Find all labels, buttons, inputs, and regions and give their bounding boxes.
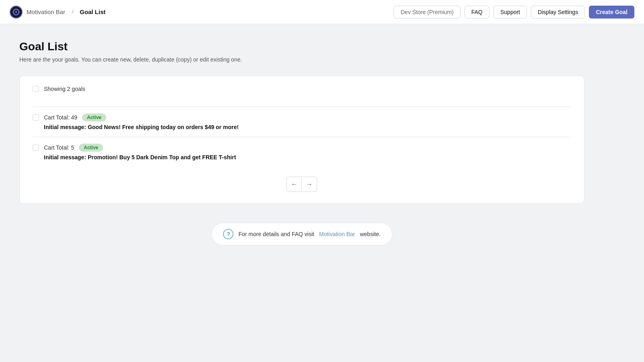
goal-checkbox-2[interactable]	[33, 144, 39, 151]
breadcrumb-separator: /	[72, 8, 73, 15]
goal-title-1: Cart Total: 49	[44, 114, 77, 121]
question-mark: ?	[227, 231, 230, 237]
breadcrumb: Motivation Bar / Goal List	[10, 6, 105, 19]
showing-count: Showing 2 goals	[44, 86, 85, 92]
display-settings-button[interactable]: Display Settings	[531, 6, 585, 19]
support-button[interactable]: Support	[493, 6, 527, 19]
next-arrow-icon: →	[306, 181, 313, 188]
footer-text-before: For more details and FAQ visit	[238, 231, 314, 237]
select-all-checkbox[interactable]	[33, 86, 39, 92]
app-name-label: Motivation Bar	[27, 8, 65, 15]
breadcrumb-page-name: Goal List	[80, 8, 105, 15]
header-actions: Dev Store (Premium) FAQ Support Display …	[394, 6, 634, 19]
prev-page-button[interactable]: ←	[287, 177, 302, 192]
goal-header-row: Cart Total: 49 Active	[33, 113, 571, 121]
status-badge-1: Active	[82, 113, 106, 121]
goal-checkbox-1[interactable]	[33, 114, 39, 121]
info-icon: ?	[223, 229, 233, 239]
svg-point-2	[15, 11, 17, 13]
prev-arrow-icon: ←	[291, 181, 297, 188]
app-logo-icon	[10, 6, 23, 19]
header: Motivation Bar / Goal List Dev Store (Pr…	[0, 0, 644, 24]
main-content: Goal List Here are the your goals. You c…	[0, 24, 604, 261]
footer-text-after: website.	[360, 231, 380, 237]
goal-header-row-2: Cart Total: 5 Active	[33, 144, 571, 152]
goal-message-1: Initial message: Good News! Free shippin…	[44, 124, 571, 130]
showing-row: Showing 2 goals	[33, 86, 571, 99]
footer-motivation-bar-link[interactable]: Motivation Bar	[319, 231, 355, 237]
footer-box: ? For more details and FAQ visit Motivat…	[211, 223, 392, 245]
goal-list-card: Showing 2 goals Cart Total: 49 Active In…	[19, 76, 584, 204]
footer-info: ? For more details and FAQ visit Motivat…	[19, 223, 584, 245]
next-page-button[interactable]: →	[302, 177, 317, 192]
goal-title-2: Cart Total: 5	[44, 144, 74, 151]
pagination: ← →	[33, 177, 571, 192]
goal-item: Cart Total: 5 Active Initial message: Pr…	[33, 137, 571, 167]
goal-item: Cart Total: 49 Active Initial message: G…	[33, 107, 571, 137]
goal-message-2: Initial message: Promotion! Buy 5 Dark D…	[44, 154, 571, 160]
create-goal-button[interactable]: Create Goal	[589, 6, 634, 19]
page-title: Goal List	[19, 40, 584, 53]
status-badge-2: Active	[79, 144, 103, 152]
store-button[interactable]: Dev Store (Premium)	[394, 6, 460, 19]
faq-button[interactable]: FAQ	[464, 6, 489, 19]
page-subtitle: Here are the your goals. You can create …	[19, 56, 584, 63]
